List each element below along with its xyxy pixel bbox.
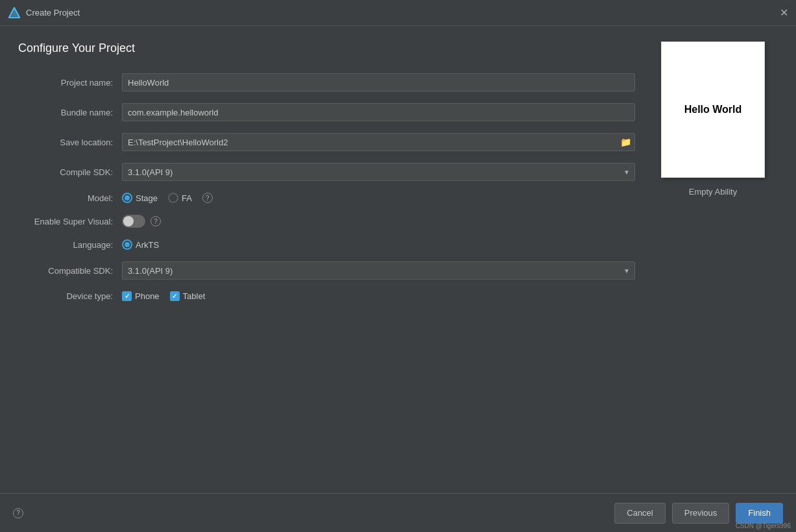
language-arkts-radio-button[interactable] — [122, 239, 132, 250]
preview-card: Hello World — [661, 42, 765, 178]
device-tablet-label: Tablet — [183, 291, 206, 301]
compile-sdk-label: Compile SDK: — [18, 167, 122, 177]
left-panel: Configure Your Project Project name: Bun… — [18, 42, 635, 480]
preview-hello-world-text: Hello World — [684, 104, 742, 115]
toggle-track — [122, 215, 145, 228]
compatible-sdk-row: Compatible SDK: 3.1.0(API 9) ▼ — [18, 261, 635, 280]
main-content: Configure Your Project Project name: Bun… — [0, 26, 796, 493]
model-radio-group: Stage FA ? — [122, 193, 213, 203]
project-name-label: Project name: — [18, 78, 122, 88]
model-fa-radio-button[interactable] — [168, 193, 178, 203]
device-tablet-checkbox[interactable]: Tablet — [170, 291, 206, 301]
device-type-row: Device type: Phone Tablet — [18, 291, 635, 301]
save-location-field: 📁 — [122, 133, 635, 151]
compile-sdk-select[interactable]: 3.1.0(API 9) — [122, 163, 635, 181]
device-phone-checkbox[interactable]: Phone — [122, 291, 160, 301]
model-label: Model: — [18, 193, 122, 203]
device-type-checkbox-group: Phone Tablet — [122, 291, 205, 301]
language-radio-group: ArkTS — [122, 239, 159, 250]
device-type-label: Device type: — [18, 291, 122, 301]
model-help-icon[interactable]: ? — [202, 193, 213, 203]
language-row: Language: ArkTS — [18, 239, 635, 250]
model-fa-radio[interactable]: FA — [168, 193, 192, 203]
compile-sdk-select-wrapper: 3.1.0(API 9) ▼ — [122, 163, 635, 181]
bottom-bar: ? Cancel Previous Finish — [0, 493, 796, 532]
language-arkts-radio[interactable]: ArkTS — [122, 239, 159, 250]
page-title: Configure Your Project — [18, 42, 635, 55]
previous-button[interactable]: Previous — [672, 503, 730, 524]
title-bar-left: Create Project — [8, 6, 80, 19]
super-visual-label: Enable Super Visual: — [18, 217, 122, 226]
language-arkts-label: ArkTS — [136, 240, 159, 250]
compatible-sdk-label: Compatible SDK: — [18, 266, 122, 276]
compatible-sdk-select-wrapper: 3.1.0(API 9) ▼ — [122, 261, 635, 280]
watermark: CSDN @Tigers996 — [736, 522, 791, 529]
super-visual-toggle[interactable] — [122, 215, 145, 228]
folder-icon[interactable]: 📁 — [620, 137, 631, 147]
language-label: Language: — [18, 240, 122, 250]
app-logo-icon — [8, 6, 21, 19]
title-bar: Create Project ✕ — [0, 0, 796, 26]
compatible-sdk-select[interactable]: 3.1.0(API 9) — [122, 261, 635, 280]
bottom-left: ? — [13, 508, 23, 518]
bottom-right: Cancel Previous Finish — [614, 503, 783, 524]
save-location-label: Save location: — [18, 138, 122, 147]
model-stage-radio-button[interactable] — [122, 193, 132, 203]
preview-label: Empty Ability — [689, 187, 737, 197]
bundle-name-label: Bundle name: — [18, 108, 122, 117]
model-row: Model: Stage FA ? — [18, 193, 635, 203]
model-stage-radio[interactable]: Stage — [122, 193, 158, 203]
right-panel: Hello World Empty Ability — [648, 42, 778, 480]
dialog-title: Create Project — [26, 8, 80, 18]
bottom-help-icon[interactable]: ? — [13, 508, 23, 518]
model-stage-label: Stage — [136, 193, 158, 203]
tablet-checkbox-icon[interactable] — [170, 291, 180, 301]
super-visual-row: Enable Super Visual: ? — [18, 215, 635, 228]
bundle-name-row: Bundle name: — [18, 103, 635, 121]
bundle-name-input[interactable] — [122, 103, 635, 121]
project-name-input[interactable] — [122, 73, 635, 91]
device-phone-label: Phone — [135, 291, 160, 301]
close-button[interactable]: ✕ — [780, 8, 788, 18]
save-location-input[interactable] — [122, 133, 635, 151]
save-location-row: Save location: 📁 — [18, 133, 635, 151]
toggle-thumb — [123, 216, 134, 226]
project-name-row: Project name: — [18, 73, 635, 91]
cancel-button[interactable]: Cancel — [614, 503, 665, 524]
finish-button[interactable]: Finish — [736, 503, 783, 524]
compile-sdk-row: Compile SDK: 3.1.0(API 9) ▼ — [18, 163, 635, 181]
super-visual-help-icon[interactable]: ? — [151, 216, 161, 226]
model-fa-label: FA — [182, 193, 192, 203]
phone-checkbox-icon[interactable] — [122, 291, 132, 301]
